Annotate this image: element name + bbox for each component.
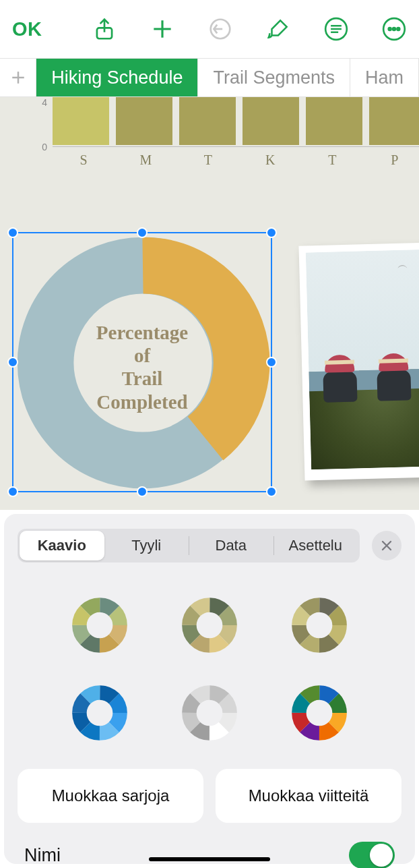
segment-kaavio[interactable]: Kaavio [20, 531, 104, 560]
bar [306, 97, 362, 145]
bar [243, 97, 299, 145]
segment-asettelu[interactable]: Asettelu [273, 531, 358, 560]
bar [116, 97, 172, 145]
selection-box[interactable]: Percentage of Trail Completed [12, 232, 272, 492]
donut-title: Percentage of Trail Completed [13, 321, 271, 413]
segment-data[interactable]: Data [189, 531, 273, 560]
chart-style-swatch[interactable] [154, 684, 264, 742]
y-tick-4: 4 [42, 97, 47, 108]
resize-handle[interactable] [137, 227, 148, 238]
x-tick: P [364, 152, 419, 168]
x-axis: S M T K T P [53, 152, 419, 168]
edit-references-button[interactable]: Muokkaa viitteitä [216, 769, 401, 823]
resize-handle[interactable] [266, 486, 277, 497]
name-toggle-row: Nimi [4, 842, 415, 868]
axis-line [53, 146, 419, 147]
x-tick: T [177, 152, 239, 168]
resize-handle[interactable] [7, 486, 18, 497]
chart-style-swatch[interactable] [44, 684, 154, 742]
close-icon[interactable] [372, 531, 401, 560]
photo-object[interactable]: ︵ [298, 242, 419, 480]
add-sheet-button[interactable] [0, 59, 36, 96]
sheet-tab-trail-segments[interactable]: Trail Segments [198, 59, 350, 96]
x-tick: K [239, 152, 301, 168]
name-label: Nimi [24, 845, 61, 866]
name-toggle[interactable] [349, 842, 395, 868]
toolbar: OK [0, 0, 419, 58]
chart-style-swatch[interactable] [265, 684, 375, 742]
resize-handle[interactable] [7, 227, 18, 238]
sheet-tabs: Hiking Schedule Trail Segments Ham [0, 58, 419, 97]
person [376, 353, 412, 403]
undo-icon [207, 16, 233, 42]
bar [179, 97, 236, 145]
y-tick-0: 0 [42, 142, 47, 152]
photo-content: ︵ [306, 250, 419, 470]
segment-tyyli[interactable]: Tyyli [104, 531, 189, 560]
chart-style-swatch[interactable] [265, 596, 375, 654]
format-panel: Kaavio Tyyli Data Asettelu Muokkaa sarjo… [4, 514, 415, 864]
segmented-control: Kaavio Tyyli Data Asettelu [18, 529, 360, 562]
svg-point-4 [389, 28, 391, 30]
x-tick: S [53, 152, 115, 168]
canvas[interactable]: 4 0 S M T K T P Percentage of Trail Comp… [0, 97, 419, 510]
person [322, 355, 358, 404]
hlines-icon[interactable] [323, 16, 349, 42]
resize-handle[interactable] [266, 357, 277, 368]
sheet-tab-hiking[interactable]: Hiking Schedule [36, 59, 198, 96]
chart-style-swatch[interactable] [44, 596, 154, 654]
ellipsis-icon[interactable] [381, 16, 407, 42]
home-indicator [149, 857, 270, 861]
bar-chart[interactable] [53, 97, 419, 145]
bar [53, 97, 109, 145]
style-swatches [4, 562, 415, 769]
svg-point-6 [397, 28, 399, 30]
resize-handle[interactable] [137, 486, 148, 497]
ok-button[interactable]: OK [12, 18, 42, 40]
plus-icon[interactable] [150, 16, 175, 42]
bird-icon: ︵ [397, 258, 409, 272]
bar [369, 97, 419, 145]
svg-point-5 [393, 28, 395, 30]
resize-handle[interactable] [7, 357, 18, 368]
share-icon[interactable] [92, 16, 117, 42]
chart-style-swatch[interactable] [154, 596, 264, 654]
edit-series-button[interactable]: Muokkaa sarjoja [18, 769, 203, 823]
paintbrush-icon[interactable] [265, 16, 291, 42]
x-tick: T [301, 152, 363, 168]
sheet-tab-ham[interactable]: Ham [350, 59, 419, 96]
x-tick: M [115, 152, 176, 168]
resize-handle[interactable] [266, 227, 277, 238]
